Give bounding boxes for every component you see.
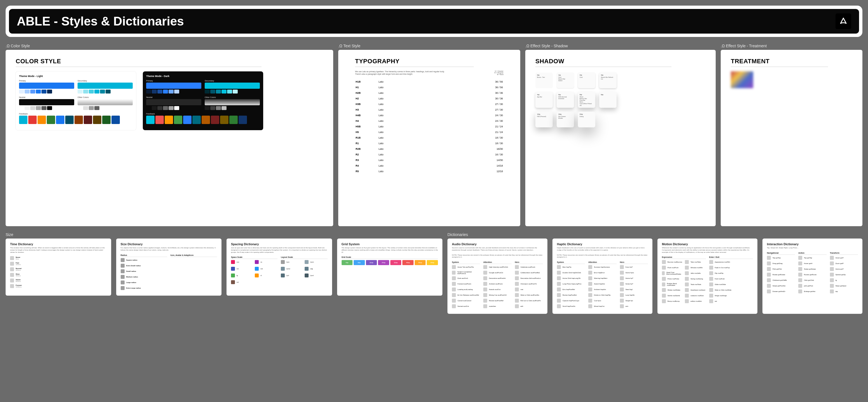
type-font: Lato xyxy=(378,163,427,168)
type-spec: 18 / 30 xyxy=(427,135,503,140)
type-font: Lato xyxy=(378,107,427,112)
color-swatch xyxy=(36,106,41,110)
type-spec: 36 / 56 xyxy=(427,79,503,84)
type-spec: 12/18 xyxy=(427,169,503,174)
color-swatch xyxy=(84,116,92,124)
brand-logo xyxy=(836,13,851,29)
color-swatch xyxy=(28,116,37,124)
type-font: Lato xyxy=(378,152,427,157)
shadow-section: .Ω Effect Style - Shadow SHADOW 0dpButto… xyxy=(525,44,716,226)
type-spec: 21 / 24 xyxy=(427,130,503,135)
dictionaries-group: Dictionaries Audio Dictionary Sound is u… xyxy=(447,233,862,314)
type-spec: 27 / 30 xyxy=(427,107,503,112)
type-name: H1 xyxy=(355,85,378,90)
color-swatch xyxy=(89,106,94,110)
bottom-row: Size Time Dictionary The duration that s… xyxy=(6,233,862,314)
color-swatch xyxy=(205,90,210,93)
color-swatch xyxy=(56,116,64,124)
color-swatch xyxy=(155,116,164,124)
time-dictionary-card: Time Dictionary The duration that someth… xyxy=(6,239,111,296)
type-name: R1 xyxy=(355,141,378,146)
color-swatch xyxy=(165,116,173,124)
color-swatch xyxy=(19,106,24,110)
typography-section: .Ω Text Style TYPOGRAPHY We use Lato as … xyxy=(338,44,520,226)
color-swatch xyxy=(146,90,151,93)
type-name: R2B xyxy=(355,146,378,151)
type-name: R5 xyxy=(355,169,378,174)
color-card: COLOR STYLE Theme Mode - Light Primary S… xyxy=(6,50,333,226)
color-swatch xyxy=(210,90,215,93)
blur-sample xyxy=(731,71,753,88)
treatment-card: TREATMENT xyxy=(721,50,862,226)
color-swatch xyxy=(105,90,111,93)
color-swatch xyxy=(174,116,182,124)
theme-dark-panel: Theme Mode - Dark Primary Secondary xyxy=(143,71,263,130)
type-spec: 24 / 30 xyxy=(427,113,503,118)
color-swatch xyxy=(174,106,179,110)
color-swatch xyxy=(205,106,210,110)
theme-dark-title: Theme Mode - Dark xyxy=(146,75,260,78)
color-swatch xyxy=(30,90,35,93)
type-spec: 30 / 36 xyxy=(427,90,503,95)
color-swatch xyxy=(157,90,162,93)
color-swatch xyxy=(83,90,88,93)
color-swatch xyxy=(227,90,232,93)
color-swatch xyxy=(216,106,221,110)
section-label-color: .Ω Color Style xyxy=(6,44,333,48)
type-font: Lato xyxy=(378,135,427,140)
type-name: R3 xyxy=(355,158,378,163)
treatment-section: .Ω Effect Style - Treatment TREATMENT xyxy=(721,44,862,226)
type-font: Lato xyxy=(378,169,427,174)
color-swatch xyxy=(37,116,46,124)
color-swatch xyxy=(65,116,74,124)
color-swatch xyxy=(152,90,157,93)
type-name: H5B xyxy=(355,124,378,129)
shadow-sample: 16dpNav Drawer Modals xyxy=(557,112,574,127)
shadow-card: SHADOW 0dpButton - Text1dpCard Search Ba… xyxy=(525,50,716,226)
shadow-sample: 12dpFAB (Pressed) xyxy=(535,112,553,127)
color-swatch xyxy=(19,90,24,93)
grid-scale-cell: 24dp xyxy=(378,260,389,265)
color-swatch xyxy=(112,116,120,124)
type-spec: 21 / 24 xyxy=(427,124,503,129)
color-swatch xyxy=(221,90,226,93)
type-spec: 16/30 xyxy=(427,146,503,151)
top-row: .Ω Color Style COLOR STYLE Theme Mode - … xyxy=(6,44,862,226)
color-swatch xyxy=(216,90,221,93)
color-swatch xyxy=(47,116,55,124)
type-name: H2 xyxy=(355,96,378,101)
type-name: R4 xyxy=(355,163,378,168)
interaction-dictionary-card: Interaction Dictionary Tap, Swipe left, … xyxy=(763,239,862,314)
color-swatch xyxy=(152,106,157,110)
color-swatch xyxy=(93,116,101,124)
color-swatch xyxy=(78,106,83,110)
typography-table: H1BLato36 / 56H1Lato36 / 56H2BLato30 / 3… xyxy=(355,79,503,175)
color-swatch xyxy=(78,90,83,93)
type-spec: 24 / 30 xyxy=(427,118,503,123)
type-font: Lato xyxy=(378,85,427,90)
color-swatch xyxy=(25,90,30,93)
color-heading: COLOR STYLE xyxy=(16,58,323,67)
color-swatch xyxy=(47,106,52,110)
grid-scale-cell: 64dp xyxy=(427,260,438,265)
type-name: H4B xyxy=(355,113,378,118)
grid-scale-cell: 16dp xyxy=(366,260,377,265)
color-swatch xyxy=(211,116,219,124)
type-spec: 27 / 30 xyxy=(427,102,503,107)
theme-light-panel: Theme Mode - Light Primary Secondary xyxy=(16,71,136,130)
grid-scale-cell: 32dp xyxy=(390,260,402,265)
color-swatch xyxy=(94,90,99,93)
color-swatch xyxy=(146,116,155,124)
type-name: H3B xyxy=(355,102,378,107)
color-swatch xyxy=(157,106,162,110)
type-name: H5 xyxy=(355,130,378,135)
color-swatch xyxy=(174,90,179,93)
color-swatch xyxy=(233,90,238,93)
color-swatch xyxy=(41,90,46,93)
color-swatch xyxy=(168,90,174,93)
color-swatch xyxy=(183,116,191,124)
color-swatch xyxy=(83,106,88,110)
type-name: H3 xyxy=(355,107,378,112)
type-name: H2B xyxy=(355,90,378,95)
theme-light-title: Theme Mode - Light xyxy=(19,75,133,78)
